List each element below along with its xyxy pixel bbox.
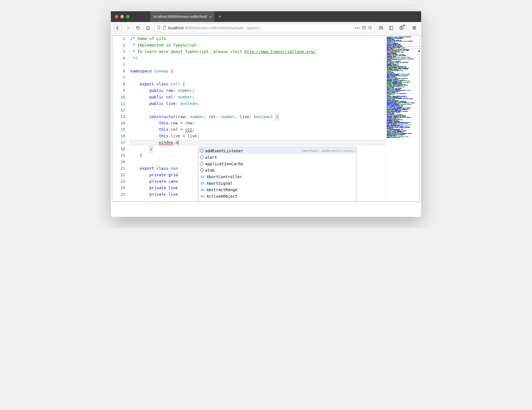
profile-icon[interactable]: [397, 24, 405, 32]
pocket-icon[interactable]: [362, 25, 366, 31]
code-line[interactable]: constructor(row: number, col: number, li…: [129, 113, 386, 120]
method-icon: [200, 149, 204, 153]
suggestion-label: AggregateError: [206, 200, 240, 202]
code-line[interactable]: this.row = row;: [129, 120, 386, 126]
minimap[interactable]: [386, 36, 420, 201]
code-line[interactable]: * Implemented in TypeScript: [129, 42, 386, 49]
suggestion-label: AbortController: [206, 175, 242, 179]
menu-icon[interactable]: [410, 24, 418, 32]
suggestion-detail: (method) addEventListen…: [301, 149, 354, 153]
code-line[interactable]: * To learn more about TypeScript, please…: [129, 49, 386, 55]
line-number: 9: [112, 87, 125, 94]
variable-icon: [200, 194, 205, 199]
new-tab-button[interactable]: +: [214, 14, 225, 20]
code-line[interactable]: public live: boolean;: [129, 100, 386, 107]
suggestion-item[interactable]: atob: [199, 167, 356, 173]
svg-point-3: [401, 27, 402, 28]
code-line[interactable]: this.col = co1;: [129, 126, 386, 133]
code-line[interactable]: window.a: [129, 139, 386, 146]
code-line[interactable]: public row: number;: [129, 87, 386, 94]
suggestion-label: AbortSignal: [206, 181, 233, 186]
suggestion-label: ActiveXObject: [206, 194, 238, 199]
sidebar-icon[interactable]: [387, 24, 395, 32]
suggestion-label: atob: [205, 168, 215, 173]
variable-icon: [200, 200, 205, 202]
tab-title: localhost:8080/monaco-editor/test/: [153, 15, 207, 19]
line-number: 20: [112, 159, 125, 165]
suggestion-item[interactable]: applicationCache: [199, 160, 356, 167]
line-number: 4: [112, 55, 125, 61]
line-number: 12: [112, 107, 125, 113]
line-number: 19: [112, 152, 125, 159]
line-number: 25: [112, 191, 125, 198]
window-controls: [111, 15, 133, 18]
autocomplete-popup[interactable]: addEventListener(method) addEventListen……: [198, 147, 356, 202]
svg-rect-10: [201, 195, 204, 197]
window-minimize[interactable]: [120, 15, 124, 18]
svg-point-7: [202, 183, 202, 184]
line-number: 10: [112, 94, 125, 100]
line-number: 7: [112, 74, 125, 81]
back-button[interactable]: [114, 24, 122, 32]
line-number: 22: [112, 172, 125, 178]
code-line[interactable]: [129, 107, 386, 113]
suggestion-item[interactable]: AbortController: [199, 173, 356, 180]
code-line[interactable]: public col: number;: [129, 94, 386, 100]
line-number: 13: [112, 113, 125, 120]
suggestion-label: alert: [205, 155, 217, 160]
line-number: 11: [112, 100, 125, 107]
window-maximize[interactable]: [126, 15, 129, 18]
page-icon: [162, 26, 166, 30]
method-icon: [200, 155, 204, 160]
browser-window: localhost:8080/monaco-editor/test/ × + l: [111, 11, 421, 217]
home-button[interactable]: [144, 24, 152, 32]
line-number: 18: [112, 146, 125, 152]
code-line[interactable]: /* Game of Life: [129, 36, 386, 42]
code-line[interactable]: [129, 74, 386, 81]
variable-icon: [200, 188, 205, 192]
line-number: 3: [112, 49, 125, 55]
code-line[interactable]: namespace Conway {: [129, 68, 386, 74]
url-bar[interactable]: localhost:8080/monaco-editor/test/#sampl…: [154, 24, 375, 32]
text-cursor: [178, 140, 179, 145]
tab-close-icon[interactable]: ×: [209, 14, 212, 19]
svg-rect-6: [201, 182, 204, 184]
star-icon[interactable]: [368, 25, 372, 31]
tab-bar: localhost:8080/monaco-editor/test/ × +: [111, 11, 421, 22]
line-number: 21: [112, 165, 125, 172]
window-close[interactable]: [115, 15, 118, 18]
code-line[interactable]: */: [129, 55, 386, 61]
suggestion-item[interactable]: AbstractRange: [199, 186, 356, 193]
method-icon: [200, 162, 204, 166]
line-number: 17: [112, 139, 125, 146]
line-number: 6: [112, 68, 125, 74]
line-gutter: 1234567891011121314151617181920212223242…: [112, 36, 129, 201]
suggestion-label: applicationCache: [205, 162, 243, 166]
code-line[interactable]: export class Cell {: [129, 81, 386, 87]
forward-button[interactable]: [124, 24, 132, 32]
code-line[interactable]: this.live = live;: [129, 133, 386, 139]
code-line[interactable]: [129, 61, 386, 68]
library-icon[interactable]: [377, 24, 385, 32]
suggestion-item[interactable]: addEventListener(method) addEventListen…: [199, 147, 356, 154]
url-text: localhost:8080/monaco-editor/test/#sampl…: [168, 26, 353, 30]
line-number: 24: [112, 185, 125, 191]
suggestion-label: AbstractRange: [206, 188, 238, 192]
suggestion-item[interactable]: ActiveXObject: [199, 193, 356, 199]
line-number: 5: [112, 61, 125, 68]
more-icon[interactable]: •••: [355, 26, 360, 30]
browser-toolbar: localhost:8080/monaco-editor/test/#sampl…: [111, 22, 421, 34]
variable-icon: [200, 181, 205, 186]
shield-icon[interactable]: [157, 26, 161, 30]
suggestion-label: addEventListener: [205, 149, 243, 153]
reload-button[interactable]: [134, 24, 142, 32]
line-number: 23: [112, 178, 125, 185]
svg-rect-8: [201, 189, 204, 190]
svg-point-5: [202, 177, 202, 177]
line-number: 2: [112, 42, 125, 49]
suggestion-item[interactable]: AggregateError: [199, 199, 356, 202]
line-number: 16: [112, 133, 125, 139]
suggestion-item[interactable]: AbortSignal: [199, 180, 356, 186]
browser-tab[interactable]: localhost:8080/monaco-editor/test/ ×: [150, 11, 214, 22]
suggestion-item[interactable]: alert: [199, 154, 356, 160]
